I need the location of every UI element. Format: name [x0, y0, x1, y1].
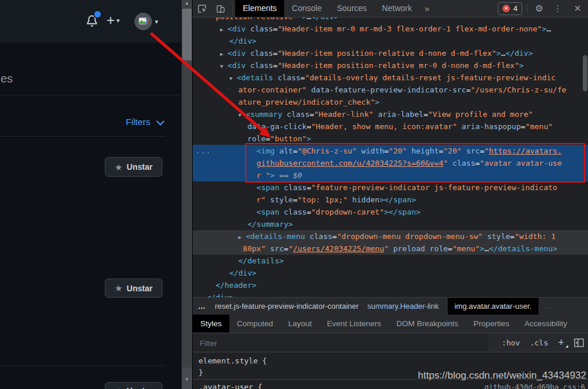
- styles-tab-layout[interactable]: Layout: [281, 315, 320, 333]
- code-line[interactable]: r "> == $0: [193, 169, 588, 181]
- github-header: +▾ ▾: [0, 0, 182, 42]
- gutter-marker[interactable]: ...: [196, 145, 211, 157]
- element-style-close-brace: }: [199, 368, 203, 377]
- devtools-toolbar: ElementsConsoleSourcesNetwork » × 4 ⚙ ⋮ …: [193, 0, 588, 17]
- styles-tab-accessibility[interactable]: Accessibility: [517, 315, 575, 333]
- error-count: 4: [513, 4, 518, 13]
- dom-breadcrumbs: …reset.js-feature-preview-indicator-cont…: [193, 297, 588, 315]
- code-line[interactable]: ▼ <details class="details-overlay detail…: [193, 72, 588, 84]
- styles-tab-properties[interactable]: Properties: [466, 315, 517, 333]
- code-line[interactable]: role="button">: [193, 133, 588, 145]
- screenshot-root: +▾ ▾ es Filters ★: [0, 0, 588, 389]
- code-line[interactable]: r" style="top: 1px;" hidden></span>: [193, 194, 588, 206]
- devtools-tab-network[interactable]: Network: [374, 0, 419, 17]
- settings-gear-icon[interactable]: ⚙: [530, 1, 548, 17]
- toolbar-separator: [232, 3, 233, 14]
- code-line[interactable]: </div>: [193, 35, 588, 47]
- css-source-link[interactable]: github-430d-d69ba.css:6: [484, 383, 585, 389]
- code-line[interactable]: githubusercontent.com/u/42034225?s=60&v=…: [193, 157, 588, 169]
- code-line[interactable]: ator-container" data-feature-preview-ind…: [193, 84, 588, 96]
- divider: [0, 136, 165, 137]
- divider: [0, 365, 165, 366]
- inspect-element-icon[interactable]: [193, 1, 211, 17]
- error-icon: ×: [502, 5, 510, 12]
- close-devtools-icon[interactable]: ×: [567, 1, 588, 17]
- devtools-tab-console[interactable]: Console: [284, 0, 329, 17]
- unstar-button[interactable]: ★ Unstar: [105, 157, 162, 177]
- code-line[interactable]: <span class="feature-preview-indicator j…: [193, 181, 588, 194]
- watermark-url: https://blog.csdn.net/weixin_43434932: [418, 370, 586, 381]
- devtools-tab-sources[interactable]: Sources: [330, 0, 374, 17]
- unstar-button[interactable]: ★ Unstar: [105, 279, 162, 298]
- element-style-rule[interactable]: element.style {: [199, 356, 267, 365]
- avatar: [134, 13, 152, 30]
- chevron-down-icon: [157, 117, 165, 126]
- code-line[interactable]: </div>: [193, 291, 588, 297]
- styles-tab-dom-breakpoints[interactable]: DOM Breakpoints: [389, 315, 466, 333]
- code-line[interactable]: ▶ <div class="Header-item position-relat…: [193, 47, 588, 59]
- star-icon: ★: [115, 284, 122, 292]
- caret-down-icon: ▾: [155, 18, 158, 26]
- code-line[interactable]: ▶ <div class="Header-item mr-0 mr-md-3 f…: [193, 23, 588, 35]
- star-icon: ★: [115, 163, 122, 172]
- create-new-button[interactable]: +▾: [107, 12, 120, 28]
- breadcrumb-item[interactable]: img.avatar.avatar-user.: [448, 298, 539, 315]
- breadcrumb-item[interactable]: ...: [544, 302, 551, 311]
- code-line[interactable]: <span class="dropdown-caret"></span>: [193, 206, 588, 218]
- class-toggle[interactable]: .cls: [530, 338, 548, 347]
- github-page: +▾ ▾ es Filters ★: [0, 0, 182, 389]
- console-errors-badge[interactable]: × 4: [498, 2, 522, 15]
- pseudo-state-toggle[interactable]: :hov: [502, 338, 520, 347]
- divider: [0, 95, 182, 95]
- breadcrumb-item[interactable]: …: [198, 302, 206, 311]
- caret-down-icon: ▾: [116, 17, 120, 24]
- styles-tab-computed[interactable]: Computed: [229, 315, 281, 333]
- toggle-sidebar-icon[interactable]: [574, 338, 584, 347]
- code-line[interactable]: ature_preview/indicator_check">: [193, 96, 588, 108]
- devtools-tab-elements[interactable]: Elements: [235, 0, 284, 17]
- notification-dot: [93, 10, 102, 19]
- filters-dropdown[interactable]: Filters: [126, 117, 162, 127]
- devtools-tabs: ElementsConsoleSourcesNetwork: [235, 0, 419, 17]
- code-line[interactable]: ▼ <div class="Header-item position-relat…: [193, 59, 588, 72]
- scrollbar-down-arrow[interactable]: ▼: [182, 377, 192, 382]
- code-line[interactable]: ▼ <summary class="Header-link" aria-labe…: [193, 108, 588, 120]
- code-line[interactable]: 80px" src="/users/42034225/menu" preload…: [193, 242, 588, 255]
- code-line[interactable]: </summary>: [193, 218, 588, 230]
- styles-filter-input[interactable]: [193, 334, 488, 352]
- styles-tab-event-listeners[interactable]: Event Listeners: [320, 315, 389, 333]
- code-line[interactable]: </header>: [193, 279, 588, 291]
- star-icon: ★: [115, 387, 122, 389]
- code-line[interactable]: position-relative ">…</div>: [193, 17, 588, 23]
- filters-label: Filters: [126, 117, 150, 127]
- devtools-menu-icon[interactable]: ⋮: [548, 1, 567, 17]
- breadcrumb-item[interactable]: reset.js-feature-preview-indicator-conta…: [215, 302, 359, 311]
- new-style-rule-button[interactable]: +: [558, 337, 564, 349]
- scrollbar-up-arrow[interactable]: ▲: [182, 1, 192, 6]
- code-line[interactable]: </div>: [193, 267, 588, 279]
- breadcrumb-item[interactable]: summary.Header-link: [367, 302, 439, 311]
- clipped-heading-text: es: [1, 72, 13, 85]
- code-line[interactable]: </details>: [193, 255, 588, 267]
- elements-tree: position-relative ">…</div> ▶ <div class…: [193, 17, 588, 297]
- more-tabs-button[interactable]: »: [419, 3, 434, 13]
- unstar-button-clipped[interactable]: ★ Unstar: [105, 382, 162, 389]
- scrollbar-thumb[interactable]: [182, 9, 192, 60]
- styles-filter-bar: :hov .cls +: [193, 333, 588, 352]
- device-toolbar-icon[interactable]: [211, 1, 230, 17]
- profile-menu-button[interactable]: ▾: [134, 13, 158, 30]
- toolbar-separator: [527, 3, 527, 14]
- code-line[interactable]: <img alt="@Chris-z-su" width="20" height…: [193, 145, 588, 157]
- devtools-panel: ElementsConsoleSourcesNetwork » × 4 ⚙ ⋮ …: [192, 0, 588, 389]
- code-line[interactable]: ▶ <details-menu class="dropdown-menu dro…: [193, 230, 588, 242]
- styles-tab-styles[interactable]: Styles: [193, 315, 229, 333]
- avatar-user-selector[interactable]: .avatar-user {: [199, 383, 263, 389]
- styles-pane-tabs: StylesComputedLayoutEvent ListenersDOM B…: [193, 315, 588, 333]
- page-scrollbar[interactable]: ▲ ▼: [182, 0, 192, 389]
- code-line[interactable]: data-ga-click="Header, show menu, icon:a…: [193, 120, 588, 133]
- elements-scrollbar-thumb[interactable]: [583, 55, 587, 91]
- elements-code: position-relative ">…</div> ▶ <div class…: [193, 17, 588, 297]
